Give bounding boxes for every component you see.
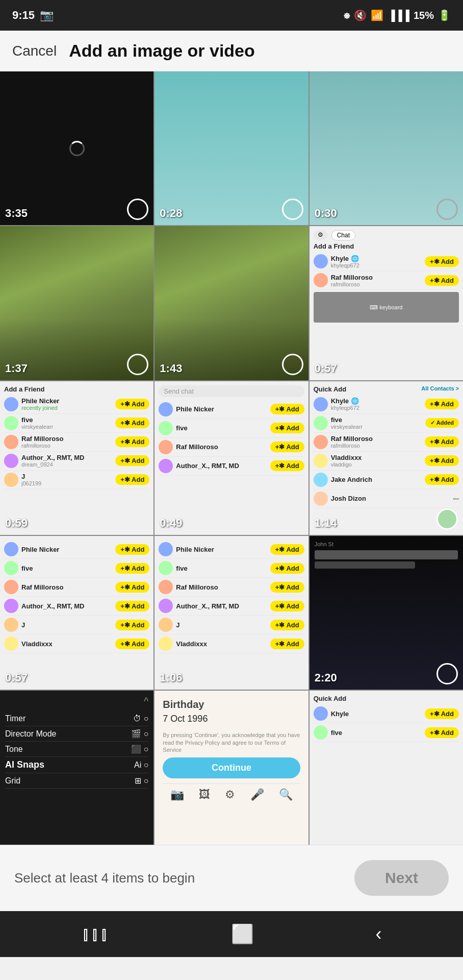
media-cell-3[interactable]: 0:30 — [310, 71, 463, 225]
media-cell-15[interactable]: Quick Add Khyle +✱ Add five +✱ Add — [310, 691, 463, 844]
nav-bar: ⫿⫿⫿ ⬜ ‹ — [0, 911, 463, 957]
wifi-icon: 📶 — [371, 9, 383, 21]
timer-label: Timer — [5, 714, 25, 723]
camera-icon: 📷 — [40, 9, 54, 22]
media-cell-14[interactable]: Birthday 7 Oct 1996 By pressing 'Continu… — [155, 691, 308, 844]
media-cell-8[interactable]: Send chat Phile Nicker +✱ Add five +✱ Ad… — [155, 381, 308, 535]
bluetooth-icon: ⎈ — [344, 10, 350, 21]
duration-9: 1:14 — [315, 517, 337, 530]
select-circle-4[interactable] — [127, 354, 148, 375]
media-cell-11[interactable]: Phile Nicker +✱ Add five +✱ Add Raf Mill… — [155, 536, 308, 690]
select-circle-5[interactable] — [282, 354, 303, 375]
director-mode-label: Director Mode — [5, 729, 56, 739]
duration-10: 0:57 — [5, 671, 28, 684]
media-cell-9[interactable]: Quick Add All Contacts > Khyle 🌐khyleqp6… — [310, 381, 463, 535]
media-cell-4[interactable]: 1:37 — [0, 226, 153, 380]
ai-snaps-label: AI Snaps — [5, 760, 44, 770]
bottom-section: Select at least 4 items to begin Next — [0, 845, 463, 911]
select-circle-9[interactable] — [436, 508, 458, 530]
select-circle-2[interactable] — [282, 199, 303, 220]
media-cell-1[interactable]: 3:35 — [0, 71, 153, 225]
grid-label: Grid — [5, 776, 20, 786]
duration-3: 0:30 — [315, 207, 337, 220]
recents-icon[interactable]: ⫿⫿⫿ — [82, 923, 109, 945]
time-display: 9:15 — [12, 9, 35, 22]
signal-icon: ▐▐▐ — [388, 10, 409, 21]
duration-8: 0:49 — [160, 517, 182, 530]
media-cell-10[interactable]: Phile Nicker +✱ Add five +✱ Add Raf Mill… — [0, 536, 153, 690]
duration-7: 0:59 — [5, 517, 28, 530]
status-bar: 9:15 📷 ⎈ 🔇 📶 ▐▐▐ 15% 🔋 — [0, 0, 463, 31]
tone-label: Tone — [5, 745, 23, 754]
media-cell-2[interactable]: 0:28 — [155, 71, 308, 225]
page-title: Add an image or video — [69, 41, 255, 61]
status-right: ⎈ 🔇 📶 ▐▐▐ 15% 🔋 — [344, 9, 451, 21]
battery-icon: 🔋 — [438, 9, 451, 21]
media-cell-12[interactable]: John St 2:20 — [310, 536, 463, 690]
continue-button[interactable]: Continue — [163, 757, 300, 778]
duration-4: 1:37 — [5, 362, 28, 375]
header: Cancel Add an image or video — [0, 31, 463, 71]
home-icon[interactable]: ⬜ — [231, 923, 254, 945]
next-button[interactable]: Next — [354, 860, 449, 896]
birthday-label: Birthday — [163, 699, 300, 710]
duration-11: 1:06 — [160, 671, 182, 684]
media-cell-7[interactable]: Add a Friend Phile Nickerrecently joined… — [0, 381, 153, 535]
status-left: 9:15 📷 — [12, 9, 54, 22]
mute-icon: 🔇 — [354, 9, 367, 21]
duration-5: 1:43 — [160, 362, 182, 375]
cancel-button[interactable]: Cancel — [12, 43, 57, 59]
birthday-value: 7 Oct 1996 — [163, 714, 300, 724]
duration-1: 3:35 — [5, 207, 28, 220]
battery-display: 15% — [414, 10, 434, 21]
duration-12: 2:20 — [315, 671, 337, 684]
back-icon[interactable]: ‹ — [376, 923, 382, 945]
media-cell-13[interactable]: ^ Timer ⏱ ○ Director Mode 🎬 ○ Tone ⬛ ○ A… — [0, 691, 153, 844]
media-grid: 3:35 0:28 0:30 1:37 1:43 ⚙ Chat Add a Fr… — [0, 71, 463, 845]
media-cell-6[interactable]: ⚙ Chat Add a Friend Khyle 🌐khyleqp672 +✱… — [310, 226, 463, 380]
media-cell-5[interactable]: 1:43 — [155, 226, 308, 380]
duration-6: 0:57 — [315, 362, 337, 375]
select-hint: Select at least 4 items to begin — [14, 870, 195, 886]
birthday-disclaimer: By pressing 'Continue', you acknowledge … — [163, 731, 300, 753]
duration-2: 0:28 — [160, 207, 182, 220]
